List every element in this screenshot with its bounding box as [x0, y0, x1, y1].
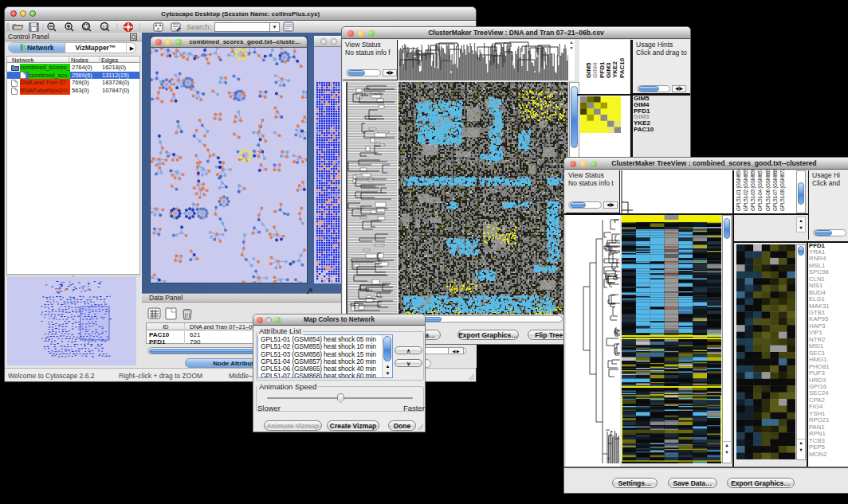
svg-text:1:1: 1:1 — [103, 25, 108, 29]
svg-text:Search:: Search: — [186, 23, 211, 31]
